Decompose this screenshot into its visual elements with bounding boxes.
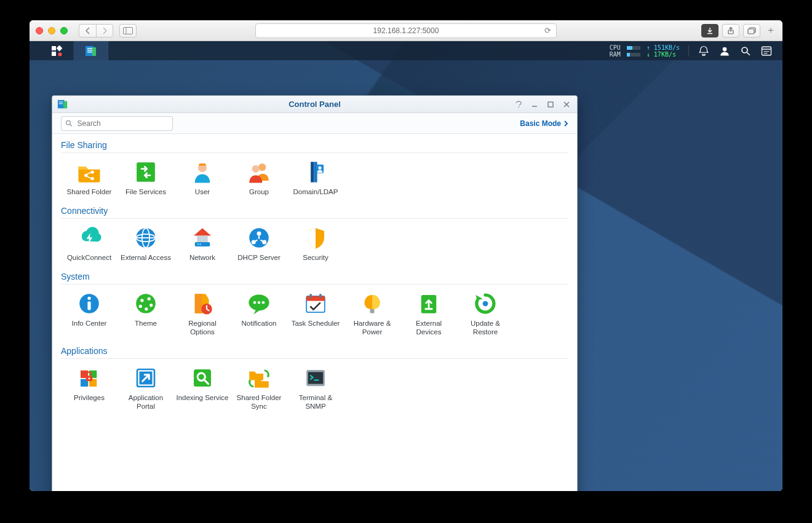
svg-rect-6 <box>52 46 56 50</box>
item-regional-options[interactable]: Regional Options <box>174 291 231 336</box>
control-panel-window: Control Panel <box>52 95 578 491</box>
item-quickconnect[interactable]: QuickConnect <box>61 225 117 262</box>
new-tab-button[interactable]: ＋ <box>764 24 778 37</box>
search-input[interactable] <box>76 119 169 128</box>
window-minimize-button[interactable] <box>528 99 541 110</box>
group-icon <box>246 159 272 185</box>
mode-toggle[interactable]: Basic Mode <box>520 119 568 128</box>
svg-rect-72 <box>319 294 322 298</box>
item-label: File Services <box>125 187 166 196</box>
taskbar-main-menu[interactable] <box>39 41 74 60</box>
sidebar-toggle-button[interactable] <box>119 24 137 37</box>
item-user[interactable]: User <box>174 159 231 196</box>
item-terminal-snmp[interactable]: Terminal & SNMP <box>287 365 344 411</box>
svg-rect-7 <box>56 45 62 51</box>
item-update-restore[interactable]: Update & Restore <box>457 291 514 336</box>
widgets-icon[interactable] <box>760 45 773 57</box>
item-security[interactable]: Security <box>287 225 344 262</box>
item-dhcp-server[interactable]: DHCP Server <box>231 225 287 262</box>
svg-rect-73 <box>370 309 375 313</box>
svg-rect-38 <box>311 162 314 182</box>
item-label: User <box>195 187 210 196</box>
item-domain-ldap[interactable]: Domain/LDAP <box>287 159 344 196</box>
control-panel-title-icon <box>57 99 68 110</box>
item-file-services[interactable]: File Services <box>117 159 174 196</box>
svg-line-17 <box>747 52 750 55</box>
item-label: Regional Options <box>176 319 229 336</box>
back-button[interactable] <box>79 24 96 37</box>
svg-point-61 <box>145 307 148 310</box>
item-group[interactable]: Group <box>231 159 287 196</box>
user-icon <box>189 159 215 185</box>
item-theme[interactable]: Theme <box>117 291 174 336</box>
item-shared-folder[interactable]: Shared Folder <box>61 159 117 196</box>
item-label: Notification <box>242 319 277 328</box>
file-services-icon <box>133 159 159 185</box>
svg-rect-18 <box>762 47 771 55</box>
notifications-icon[interactable] <box>698 45 710 57</box>
svg-point-48 <box>197 243 199 245</box>
window-zoom-button[interactable] <box>60 27 68 34</box>
item-label: Group <box>249 187 269 196</box>
item-hardware-power[interactable]: Hardware & Power <box>344 291 400 336</box>
control-panel-search[interactable] <box>61 116 173 131</box>
forward-button[interactable] <box>96 24 113 37</box>
svg-rect-63 <box>195 294 202 313</box>
svg-point-9 <box>58 52 62 56</box>
window-close-button[interactable] <box>36 27 43 34</box>
window-help-button[interactable] <box>512 99 525 110</box>
section-separator <box>61 358 568 359</box>
dsm-desktop[interactable]: CPU ↑ 151KB/s RAM ↓ 17KB/s <box>30 41 782 491</box>
svg-rect-0 <box>124 27 133 34</box>
control-panel-titlebar[interactable]: Control Panel <box>52 96 577 113</box>
svg-point-66 <box>253 301 257 304</box>
terminal-snmp-icon <box>303 365 328 391</box>
taskbar-app-control-panel[interactable] <box>74 41 108 60</box>
item-external-devices[interactable]: External Devices <box>400 291 457 336</box>
share-button[interactable] <box>722 24 739 37</box>
tabs-button[interactable] <box>743 24 760 37</box>
svg-rect-24 <box>59 101 63 102</box>
window-close-button[interactable] <box>560 99 573 110</box>
info-center-icon <box>76 291 102 317</box>
svg-point-67 <box>258 301 261 304</box>
item-label: Info Center <box>72 319 107 328</box>
window-minimize-button[interactable] <box>48 27 55 34</box>
control-panel-toolbar: Basic Mode <box>52 113 577 134</box>
svg-rect-13 <box>87 52 92 52</box>
theme-icon <box>133 291 159 317</box>
item-shared-folder-sync[interactable]: Shared Folder Sync <box>231 365 287 411</box>
reload-icon[interactable]: ⟳ <box>544 26 551 35</box>
item-privileges[interactable]: Privileges <box>61 365 117 411</box>
window-controls <box>512 96 573 112</box>
svg-rect-14 <box>92 47 96 56</box>
grid-system: Info Center Theme Regional Options <box>61 291 568 342</box>
window-maximize-button[interactable] <box>544 99 557 110</box>
svg-point-55 <box>87 297 90 300</box>
item-label: External Devices <box>402 319 455 336</box>
address-bar[interactable]: 192.168.1.227:5000 ⟳ <box>255 23 557 38</box>
downloads-button[interactable] <box>701 24 718 37</box>
item-external-access[interactable]: External Access <box>117 225 174 262</box>
search-icon[interactable] <box>739 45 752 57</box>
domain-ldap-icon <box>303 159 328 185</box>
item-task-scheduler[interactable]: Task Scheduler <box>287 291 344 336</box>
section-separator <box>61 218 568 219</box>
ram-bar <box>627 53 640 57</box>
safari-window: 192.168.1.227:5000 ⟳ ＋ <box>30 20 782 491</box>
ram-label: RAM <box>610 51 621 58</box>
user-icon[interactable] <box>718 45 731 57</box>
regional-options-icon <box>189 291 215 317</box>
item-label: Shared Folder Sync <box>233 393 285 411</box>
control-panel-body: File Sharing Shared Folder File Services <box>52 134 577 491</box>
tray-separator <box>688 45 689 57</box>
item-notification[interactable]: Notification <box>231 291 287 336</box>
quickconnect-icon <box>76 225 102 251</box>
svg-point-49 <box>199 243 201 245</box>
item-network[interactable]: Network <box>174 225 231 262</box>
item-indexing-service[interactable]: Indexing Service <box>174 365 231 411</box>
item-application-portal[interactable]: Application Portal <box>117 365 174 411</box>
item-info-center[interactable]: Info Center <box>61 291 117 336</box>
network-icon <box>189 225 215 251</box>
item-label: Domain/LDAP <box>293 187 338 196</box>
